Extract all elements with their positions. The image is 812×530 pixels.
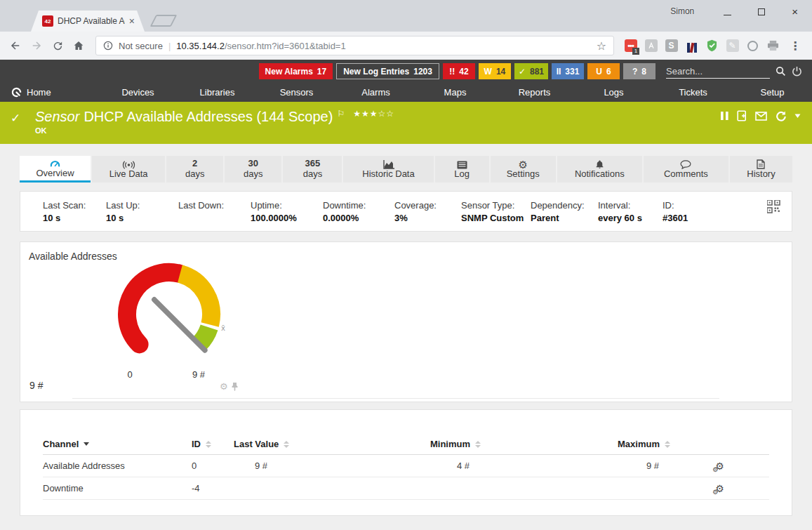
extension-library-icon[interactable] xyxy=(685,39,698,53)
status-badge-unusual[interactable]: U6 xyxy=(587,63,620,79)
new-tab-button[interactable] xyxy=(150,15,178,27)
tab-history[interactable]: History xyxy=(730,156,792,183)
url-text[interactable]: 10.35.144.2/sensor.htm?id=3601&tabid=1 xyxy=(176,41,345,51)
bookmark-star-icon[interactable]: ☆ xyxy=(597,39,606,53)
channel-settings-gears-icon[interactable]: ⚙⚙ xyxy=(715,461,724,472)
tab-historic-data[interactable]: Historic Data xyxy=(343,156,433,183)
tab-30-days[interactable]: 30 days xyxy=(225,156,281,183)
info-sensor-type: Sensor Type:SNMP Custom xyxy=(461,200,531,223)
tab-settings[interactable]: ⚙ Settings xyxy=(491,156,556,183)
pause-icon[interactable] xyxy=(720,111,729,121)
info-icon[interactable] xyxy=(103,41,113,51)
sort-icon xyxy=(475,441,481,448)
column-header-id[interactable]: ID xyxy=(192,439,234,449)
nav-item-tickets[interactable]: Tickets xyxy=(653,87,733,98)
gauge-icon xyxy=(50,158,60,168)
tab-close-icon[interactable]: × xyxy=(129,15,135,27)
gauge-needle xyxy=(154,300,205,350)
status-badge-error[interactable]: !!42 xyxy=(443,63,475,79)
tab-365-days[interactable]: 365 days xyxy=(283,156,342,183)
status-badge-warning[interactable]: W14 xyxy=(479,63,511,79)
back-icon[interactable] xyxy=(8,39,22,53)
table-row[interactable]: Available Addresses 0 9 # 4 # 9 # ⚙⚙ xyxy=(43,455,769,477)
status-badge-unknown[interactable]: ?8 xyxy=(623,63,655,79)
new-alarms-button[interactable]: New Alarms17 xyxy=(259,63,333,79)
browser-titlebar: 42 DHCP Available Addresse × Simon × xyxy=(0,0,812,32)
nav-item-home[interactable]: Home xyxy=(0,87,98,98)
pin-icon[interactable] xyxy=(231,382,239,391)
sensor-name: DHCP Available Addresses (144 Scope) xyxy=(84,109,333,125)
available-addresses-gauge: x̄ 0 9 # xyxy=(92,244,246,385)
column-header-last-value[interactable]: Last Value xyxy=(234,439,325,449)
tab-comments[interactable]: Comments xyxy=(644,156,728,183)
cell-channel: Available Addresses xyxy=(43,461,192,471)
nav-item-logs[interactable]: Logs xyxy=(574,87,653,98)
nav-item-libraries[interactable]: Libraries xyxy=(178,87,257,98)
nav-item-sensors[interactable]: Sensors xyxy=(257,87,336,98)
info-uptime: Uptime:100.0000% xyxy=(251,200,323,223)
browser-tab[interactable]: 42 DHCP Available Addresse × xyxy=(31,11,145,32)
browser-menu-icon[interactable]: ⋮ xyxy=(787,39,804,53)
gear-icon: ⚙ xyxy=(518,159,527,169)
extension-edit-icon[interactable]: ✎ xyxy=(726,39,739,53)
qr-code-icon[interactable] xyxy=(767,200,780,216)
home-icon[interactable] xyxy=(72,39,86,53)
nav-item-reports[interactable]: Reports xyxy=(495,87,574,98)
status-badge-paused[interactable]: II331 xyxy=(552,63,584,79)
extension-circle-icon[interactable] xyxy=(746,39,759,53)
extension-chat-icon[interactable]: ••• 1 xyxy=(624,39,637,53)
close-button[interactable]: × xyxy=(792,6,798,17)
profile-name[interactable]: Simon xyxy=(670,6,694,16)
tab-overview[interactable]: Overview xyxy=(20,156,91,183)
prtg-status-bar: New Alarms17 New Log Entries1203 !!42 W1… xyxy=(0,60,812,83)
table-row[interactable]: Downtime -4 ⚙⚙ xyxy=(43,477,769,500)
column-header-minimum[interactable]: Minimum xyxy=(325,439,481,449)
extension-shield-icon[interactable] xyxy=(705,39,719,53)
nav-item-setup[interactable]: Setup xyxy=(733,87,812,98)
status-badge-ok[interactable]: ✓881 xyxy=(514,63,548,79)
minimize-button[interactable] xyxy=(724,6,731,17)
tab-log[interactable]: Log xyxy=(435,156,489,183)
tab-2-days[interactable]: 2 days xyxy=(166,156,223,183)
extension-printer-icon[interactable] xyxy=(766,39,780,53)
sensor-title: Sensor DHCP Available Addresses (144 Sco… xyxy=(35,109,801,125)
flag-icon[interactable]: ⚐ xyxy=(337,109,345,119)
tab-notifications[interactable]: Notifications xyxy=(557,156,642,183)
forward-icon[interactable] xyxy=(29,39,44,53)
priority-stars[interactable]: ★★★☆☆ xyxy=(353,109,394,119)
refresh-icon[interactable] xyxy=(775,111,787,121)
gauge-panel-divider xyxy=(72,398,719,399)
channel-settings-gears-icon[interactable]: ⚙⚙ xyxy=(715,483,724,494)
maximize-button[interactable] xyxy=(758,6,765,17)
nav-item-maps[interactable]: Maps xyxy=(415,87,495,98)
email-icon[interactable] xyxy=(755,112,767,121)
nav-item-alarms[interactable]: Alarms xyxy=(336,87,415,98)
gauge-panel: Available Addresses x̄ 0 9 # 9 # ⚙ xyxy=(20,241,792,402)
gauge-mean-marker: x̄ xyxy=(221,324,225,332)
extension-pdf-icon[interactable] xyxy=(644,39,658,53)
table-header-row: Channel ID Last Value Minimum Maximum xyxy=(43,434,769,455)
live-data-icon xyxy=(122,159,135,169)
sort-icon xyxy=(206,441,211,448)
new-log-entries-button[interactable]: New Log Entries1203 xyxy=(336,63,439,79)
add-report-icon[interactable] xyxy=(737,110,747,121)
cell-minimum: 4 # xyxy=(325,461,481,471)
column-header-maximum[interactable]: Maximum xyxy=(481,439,670,449)
sensor-tabstrip: Overview Live Data 2 days 30 days 365 da… xyxy=(20,156,792,183)
cell-id: 0 xyxy=(192,461,234,471)
history-doc-icon xyxy=(757,159,765,169)
chevron-down-icon[interactable] xyxy=(794,114,801,119)
search-input[interactable] xyxy=(666,65,770,79)
column-header-channel[interactable]: Channel xyxy=(43,439,192,449)
info-last-down: Last Down: xyxy=(178,200,251,223)
extension-s-icon[interactable]: S xyxy=(665,39,678,53)
tab-live-data[interactable]: Live Data xyxy=(92,156,165,183)
gauge-settings-gear-icon[interactable]: ⚙ xyxy=(220,382,228,391)
sort-icon xyxy=(284,441,289,448)
search-icon[interactable] xyxy=(776,66,786,77)
reload-icon[interactable] xyxy=(51,39,65,53)
nav-item-devices[interactable]: Devices xyxy=(98,87,178,98)
address-bar[interactable]: Not secure | 10.35.144.2/sensor.htm?id=3… xyxy=(95,36,614,55)
logout-power-icon[interactable] xyxy=(792,66,802,77)
gauge-scale-min: 0 xyxy=(127,369,132,380)
